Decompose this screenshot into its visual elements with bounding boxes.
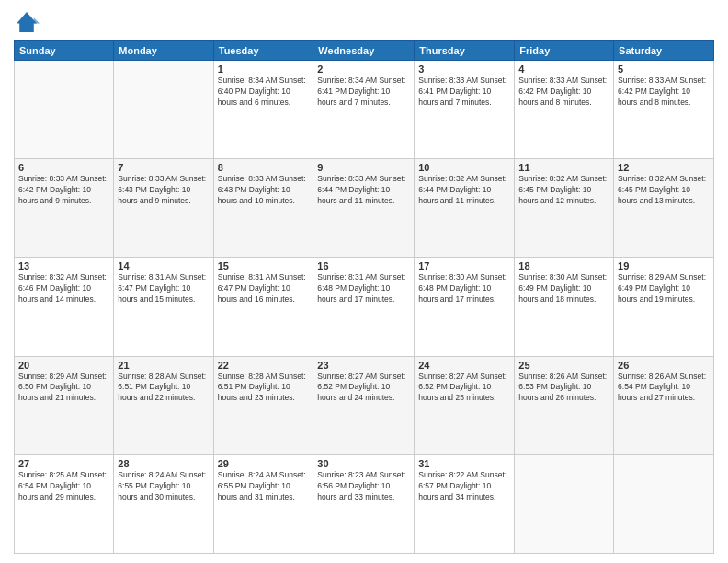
week-row-1: 1Sunrise: 8:34 AM Sunset: 6:40 PM Daylig… bbox=[15, 61, 714, 159]
day-info: Sunrise: 8:24 AM Sunset: 6:55 PM Dayligh… bbox=[118, 470, 209, 503]
calendar-cell: 2Sunrise: 8:34 AM Sunset: 6:41 PM Daylig… bbox=[313, 61, 415, 159]
day-number: 18 bbox=[518, 260, 609, 271]
calendar-cell: 24Sunrise: 8:27 AM Sunset: 6:52 PM Dayli… bbox=[415, 356, 515, 454]
calendar-cell: 11Sunrise: 8:32 AM Sunset: 6:45 PM Dayli… bbox=[515, 159, 614, 258]
header bbox=[14, 9, 714, 35]
day-info: Sunrise: 8:33 AM Sunset: 6:42 PM Dayligh… bbox=[618, 75, 710, 109]
calendar-cell: 25Sunrise: 8:26 AM Sunset: 6:53 PM Dayli… bbox=[515, 356, 614, 454]
page: SundayMondayTuesdayWednesdayThursdayFrid… bbox=[0, 0, 728, 563]
calendar-cell: 6Sunrise: 8:33 AM Sunset: 6:42 PM Daylig… bbox=[15, 159, 114, 258]
svg-marker-0 bbox=[17, 12, 37, 32]
calendar-cell bbox=[614, 454, 714, 553]
day-info: Sunrise: 8:23 AM Sunset: 6:56 PM Dayligh… bbox=[317, 470, 410, 503]
logo bbox=[14, 9, 43, 35]
calendar-cell: 5Sunrise: 8:33 AM Sunset: 6:42 PM Daylig… bbox=[614, 61, 714, 159]
calendar-cell: 10Sunrise: 8:32 AM Sunset: 6:44 PM Dayli… bbox=[415, 159, 515, 258]
calendar-cell: 30Sunrise: 8:23 AM Sunset: 6:56 PM Dayli… bbox=[313, 454, 415, 553]
day-info: Sunrise: 8:30 AM Sunset: 6:49 PM Dayligh… bbox=[518, 272, 609, 305]
day-number: 4 bbox=[518, 63, 609, 75]
calendar-cell bbox=[15, 61, 114, 159]
calendar-cell: 22Sunrise: 8:28 AM Sunset: 6:51 PM Dayli… bbox=[213, 356, 313, 454]
weekday-header-friday: Friday bbox=[515, 41, 614, 61]
calendar-cell: 3Sunrise: 8:33 AM Sunset: 6:41 PM Daylig… bbox=[415, 61, 515, 159]
day-number: 21 bbox=[118, 360, 209, 371]
calendar-cell bbox=[515, 454, 614, 553]
day-number: 13 bbox=[18, 260, 109, 271]
day-info: Sunrise: 8:26 AM Sunset: 6:53 PM Dayligh… bbox=[518, 372, 609, 405]
day-info: Sunrise: 8:31 AM Sunset: 6:47 PM Dayligh… bbox=[218, 272, 310, 305]
day-info: Sunrise: 8:22 AM Sunset: 6:57 PM Dayligh… bbox=[418, 470, 510, 503]
day-number: 1 bbox=[218, 63, 310, 75]
calendar-cell: 23Sunrise: 8:27 AM Sunset: 6:52 PM Dayli… bbox=[313, 356, 415, 454]
day-number: 11 bbox=[518, 162, 609, 173]
day-info: Sunrise: 8:31 AM Sunset: 6:47 PM Dayligh… bbox=[118, 272, 209, 305]
day-info: Sunrise: 8:33 AM Sunset: 6:42 PM Dayligh… bbox=[18, 174, 109, 207]
day-number: 3 bbox=[418, 63, 510, 75]
calendar-cell: 15Sunrise: 8:31 AM Sunset: 6:47 PM Dayli… bbox=[213, 258, 313, 356]
calendar-cell: 12Sunrise: 8:32 AM Sunset: 6:45 PM Dayli… bbox=[614, 159, 714, 258]
day-info: Sunrise: 8:32 AM Sunset: 6:45 PM Dayligh… bbox=[518, 174, 609, 207]
day-info: Sunrise: 8:31 AM Sunset: 6:48 PM Dayligh… bbox=[317, 272, 410, 305]
weekday-header-thursday: Thursday bbox=[415, 41, 515, 61]
calendar-cell: 19Sunrise: 8:29 AM Sunset: 6:49 PM Dayli… bbox=[614, 258, 714, 356]
calendar-cell: 20Sunrise: 8:29 AM Sunset: 6:50 PM Dayli… bbox=[15, 356, 114, 454]
day-info: Sunrise: 8:27 AM Sunset: 6:52 PM Dayligh… bbox=[418, 372, 510, 405]
week-row-4: 20Sunrise: 8:29 AM Sunset: 6:50 PM Dayli… bbox=[15, 356, 714, 454]
calendar-table: SundayMondayTuesdayWednesdayThursdayFrid… bbox=[14, 40, 714, 554]
weekday-header-wednesday: Wednesday bbox=[313, 41, 415, 61]
day-number: 23 bbox=[317, 360, 410, 371]
day-number: 20 bbox=[18, 360, 109, 371]
calendar-cell bbox=[114, 61, 213, 159]
weekday-header-sunday: Sunday bbox=[15, 41, 114, 61]
calendar-cell: 28Sunrise: 8:24 AM Sunset: 6:55 PM Dayli… bbox=[114, 454, 213, 553]
weekday-header-saturday: Saturday bbox=[614, 41, 714, 61]
calendar-cell: 14Sunrise: 8:31 AM Sunset: 6:47 PM Dayli… bbox=[114, 258, 213, 356]
calendar-cell: 21Sunrise: 8:28 AM Sunset: 6:51 PM Dayli… bbox=[114, 356, 213, 454]
day-number: 6 bbox=[18, 162, 109, 173]
day-number: 27 bbox=[18, 458, 109, 469]
day-number: 12 bbox=[618, 162, 710, 173]
calendar-cell: 16Sunrise: 8:31 AM Sunset: 6:48 PM Dayli… bbox=[313, 258, 415, 356]
day-number: 14 bbox=[118, 260, 209, 271]
calendar-cell: 7Sunrise: 8:33 AM Sunset: 6:43 PM Daylig… bbox=[114, 159, 213, 258]
day-number: 16 bbox=[317, 260, 410, 271]
day-info: Sunrise: 8:33 AM Sunset: 6:44 PM Dayligh… bbox=[317, 174, 410, 207]
calendar-cell: 1Sunrise: 8:34 AM Sunset: 6:40 PM Daylig… bbox=[213, 61, 313, 159]
weekday-header-tuesday: Tuesday bbox=[213, 41, 313, 61]
day-info: Sunrise: 8:34 AM Sunset: 6:41 PM Dayligh… bbox=[317, 75, 410, 109]
day-number: 28 bbox=[118, 458, 209, 469]
day-info: Sunrise: 8:33 AM Sunset: 6:43 PM Dayligh… bbox=[118, 174, 209, 207]
calendar-cell: 18Sunrise: 8:30 AM Sunset: 6:49 PM Dayli… bbox=[515, 258, 614, 356]
day-number: 19 bbox=[618, 260, 710, 271]
day-info: Sunrise: 8:33 AM Sunset: 6:42 PM Dayligh… bbox=[518, 75, 609, 109]
week-row-2: 6Sunrise: 8:33 AM Sunset: 6:42 PM Daylig… bbox=[15, 159, 714, 258]
day-info: Sunrise: 8:32 AM Sunset: 6:46 PM Dayligh… bbox=[18, 272, 109, 305]
day-number: 29 bbox=[218, 458, 310, 469]
day-number: 10 bbox=[418, 162, 510, 173]
day-info: Sunrise: 8:27 AM Sunset: 6:52 PM Dayligh… bbox=[317, 372, 410, 405]
day-info: Sunrise: 8:28 AM Sunset: 6:51 PM Dayligh… bbox=[118, 372, 209, 405]
day-number: 30 bbox=[317, 458, 410, 469]
day-info: Sunrise: 8:28 AM Sunset: 6:51 PM Dayligh… bbox=[218, 372, 310, 405]
weekday-header-monday: Monday bbox=[114, 41, 213, 61]
calendar-cell: 31Sunrise: 8:22 AM Sunset: 6:57 PM Dayli… bbox=[415, 454, 515, 553]
day-info: Sunrise: 8:26 AM Sunset: 6:54 PM Dayligh… bbox=[618, 372, 710, 405]
day-info: Sunrise: 8:32 AM Sunset: 6:44 PM Dayligh… bbox=[418, 174, 510, 207]
day-number: 9 bbox=[317, 162, 410, 173]
day-number: 7 bbox=[118, 162, 209, 173]
day-number: 17 bbox=[418, 260, 510, 271]
day-info: Sunrise: 8:33 AM Sunset: 6:43 PM Dayligh… bbox=[218, 174, 310, 207]
week-row-5: 27Sunrise: 8:25 AM Sunset: 6:54 PM Dayli… bbox=[15, 454, 714, 553]
day-info: Sunrise: 8:34 AM Sunset: 6:40 PM Dayligh… bbox=[218, 75, 310, 109]
calendar-cell: 27Sunrise: 8:25 AM Sunset: 6:54 PM Dayli… bbox=[15, 454, 114, 553]
day-number: 24 bbox=[418, 360, 510, 371]
calendar-cell: 26Sunrise: 8:26 AM Sunset: 6:54 PM Dayli… bbox=[614, 356, 714, 454]
weekday-header-row: SundayMondayTuesdayWednesdayThursdayFrid… bbox=[15, 41, 714, 61]
day-number: 15 bbox=[218, 260, 310, 271]
calendar-cell: 8Sunrise: 8:33 AM Sunset: 6:43 PM Daylig… bbox=[213, 159, 313, 258]
day-info: Sunrise: 8:33 AM Sunset: 6:41 PM Dayligh… bbox=[418, 75, 510, 109]
week-row-3: 13Sunrise: 8:32 AM Sunset: 6:46 PM Dayli… bbox=[15, 258, 714, 356]
day-info: Sunrise: 8:25 AM Sunset: 6:54 PM Dayligh… bbox=[18, 470, 109, 503]
calendar-cell: 9Sunrise: 8:33 AM Sunset: 6:44 PM Daylig… bbox=[313, 159, 415, 258]
day-number: 25 bbox=[518, 360, 609, 371]
